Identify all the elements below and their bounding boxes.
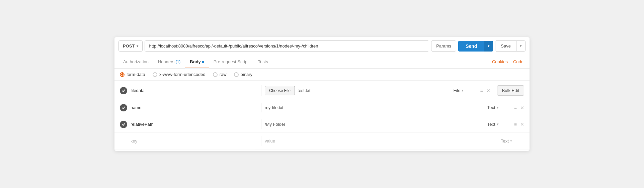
radio-urlencoded[interactable]: x-www-form-urlencoded (153, 72, 206, 77)
row-relativepath-type: Text ▾ (487, 122, 511, 127)
choose-file-button[interactable]: Choose File (265, 86, 295, 95)
row-relativepath-type-label: Text (487, 122, 495, 127)
radio-urlencoded-circle (153, 72, 157, 77)
separator (261, 119, 261, 129)
tab-body-label: Body (190, 59, 201, 64)
code-link[interactable]: Code (511, 55, 526, 68)
row-filedata-value-section: Choose File test.txt (265, 86, 450, 95)
radio-binary-label: binary (241, 72, 252, 77)
row-name-delete-icon[interactable]: ✕ (520, 105, 524, 110)
table-row: Choose File test.txt File ▾ ≡ ✕ Bulk Edi… (114, 82, 530, 99)
separator (261, 85, 261, 96)
method-chevron-icon: ▾ (137, 44, 138, 48)
save-btn-group: Save ▾ (495, 40, 526, 52)
row-name-value-section (265, 105, 484, 110)
row-placeholder-value[interactable] (265, 138, 497, 144)
send-btn-group: Send ▾ (458, 41, 493, 52)
params-button[interactable]: Params (431, 40, 456, 52)
radio-form-data-circle (120, 72, 125, 77)
row-relativepath-value-section (265, 122, 484, 127)
row-filedata-actions: ≡ ✕ Bulk Edit (480, 85, 524, 96)
tab-authorization[interactable]: Authorization (118, 55, 153, 68)
tab-tests[interactable]: Tests (253, 55, 273, 68)
tabs-right: Cookies Code (490, 55, 526, 68)
tab-prerequest[interactable]: Pre-request Script (209, 55, 253, 68)
row-relativepath-type-chevron-icon[interactable]: ▾ (497, 122, 499, 126)
row-filedata-filename: test.txt (298, 88, 310, 93)
headers-badge: (1) (176, 60, 181, 64)
save-button[interactable]: Save (495, 41, 516, 51)
url-input-wrapper (145, 40, 429, 52)
row-name-type-chevron-icon[interactable]: ▾ (497, 105, 499, 110)
table-row: Text ▾ (114, 133, 530, 150)
row-relativepath-key[interactable] (131, 122, 258, 127)
row-name-value[interactable] (265, 105, 484, 110)
row-placeholder-value-section (265, 138, 497, 144)
form-table: Choose File test.txt File ▾ ≡ ✕ Bulk Edi… (114, 81, 530, 151)
row-relativepath-actions: ≡ ✕ (514, 122, 524, 127)
row-filedata-key[interactable] (131, 88, 258, 93)
radio-binary[interactable]: binary (234, 72, 252, 77)
body-dot-icon (202, 61, 204, 63)
tab-body[interactable]: Body (185, 55, 209, 68)
method-label: POST (123, 43, 135, 49)
row-name-type: Text ▾ (487, 105, 511, 110)
tab-headers-label: Headers (158, 59, 176, 64)
table-row: Text ▾ ≡ ✕ (114, 99, 530, 116)
row-placeholder-type: Text ▾ (501, 138, 524, 144)
radio-form-data[interactable]: form-data (120, 72, 145, 77)
send-button[interactable]: Send (458, 41, 484, 52)
row-name-menu-icon[interactable]: ≡ (514, 105, 517, 110)
row-name-key[interactable] (131, 105, 258, 110)
tabs-row: Authorization Headers (1) Body Pre-reque… (114, 55, 530, 69)
row-relativepath-delete-icon[interactable]: ✕ (520, 122, 524, 127)
radio-raw-label: raw (220, 72, 227, 77)
radio-binary-circle (234, 72, 239, 77)
separator (261, 103, 261, 112)
method-dropdown[interactable]: POST ▾ (118, 40, 143, 52)
row-placeholder-type-chevron-icon[interactable]: ▾ (510, 139, 512, 143)
tab-tests-label: Tests (258, 59, 268, 64)
row-name-actions: ≡ ✕ (514, 105, 524, 110)
body-type-row: form-data x-www-form-urlencoded raw bina… (114, 69, 530, 81)
radio-raw-circle (213, 72, 218, 77)
row-filedata-checkbox[interactable] (120, 87, 127, 94)
row-filedata-delete-icon[interactable]: ✕ (486, 88, 490, 93)
row-relativepath-value[interactable] (265, 122, 484, 127)
row-filedata-menu-icon[interactable]: ≡ (480, 88, 483, 93)
radio-urlencoded-label: x-www-form-urlencoded (159, 72, 206, 77)
url-input[interactable] (145, 41, 429, 51)
row-name-type-label: Text (487, 105, 495, 110)
url-bar: POST ▾ Params Send ▾ Save ▾ (114, 37, 530, 55)
postman-container: POST ▾ Params Send ▾ Save ▾ Authorizatio… (114, 37, 530, 151)
table-row: Text ▾ ≡ ✕ (114, 116, 530, 133)
row-filedata-type: File ▾ (454, 88, 477, 93)
cookies-link[interactable]: Cookies (490, 55, 510, 68)
tab-authorization-label: Authorization (123, 59, 149, 64)
row-placeholder-key[interactable] (131, 138, 258, 144)
bulk-edit-button[interactable]: Bulk Edit (497, 85, 524, 96)
send-dropdown-button[interactable]: ▾ (484, 41, 493, 52)
row-name-checkbox[interactable] (120, 104, 127, 111)
row-filedata-type-chevron-icon[interactable]: ▾ (462, 88, 464, 93)
tab-prerequest-label: Pre-request Script (214, 59, 249, 64)
tab-headers[interactable]: Headers (1) (153, 55, 185, 68)
row-relativepath-checkbox[interactable] (120, 121, 127, 128)
row-relativepath-menu-icon[interactable]: ≡ (514, 122, 517, 127)
save-dropdown-button[interactable]: ▾ (516, 41, 525, 51)
radio-form-data-label: form-data (127, 72, 145, 77)
row-filedata-type-label: File (454, 88, 461, 93)
row-placeholder-type-label: Text (501, 138, 509, 144)
separator (261, 136, 261, 146)
radio-raw[interactable]: raw (213, 72, 227, 77)
